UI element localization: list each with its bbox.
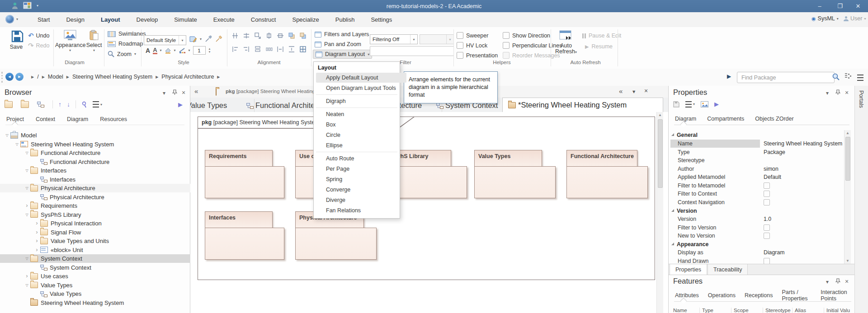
locate-icon[interactable] (81, 101, 87, 108)
properties-menu-button[interactable] (685, 101, 695, 107)
property-row[interactable]: Filter to Version (670, 224, 843, 232)
expand-icon[interactable] (24, 257, 30, 261)
expand-right-icon[interactable]: ▶ (727, 73, 731, 79)
align-size-icon[interactable] (253, 32, 262, 40)
column-header[interactable]: Scope (734, 308, 749, 313)
menu-item-open-diagram-layout-tools[interactable]: Open Diagram Layout Tools (316, 83, 406, 93)
property-row[interactable]: Applied MetamodelDefault (670, 173, 843, 181)
menu-item-ellipse[interactable]: Ellipse (316, 140, 406, 150)
minimize-button[interactable]: – (811, 0, 829, 12)
filter-value-combo[interactable]: ▾ (420, 34, 454, 44)
ribbon-tab-layout[interactable]: Layout (99, 11, 122, 28)
perpendicular-lines-checkbox[interactable]: Perpendicular Lines (503, 42, 562, 49)
new-package-icon[interactable] (5, 101, 13, 108)
features-dropdown-icon[interactable] (826, 279, 829, 285)
move-down-icon[interactable] (67, 101, 70, 108)
move-up-icon[interactable] (58, 101, 61, 108)
scroll-up-icon[interactable]: ▲ (658, 113, 662, 117)
property-row[interactable]: Display asDiagram (670, 248, 843, 257)
line-color-icon[interactable] (179, 47, 186, 53)
expand-icon[interactable] (14, 142, 20, 146)
browser-pin-icon[interactable] (172, 89, 177, 95)
property-row[interactable]: Filter to Metamodel (670, 182, 843, 190)
tree-item[interactable]: Physical Architecture (0, 184, 212, 192)
section-appearance[interactable]: Appearance (670, 240, 843, 248)
appearance-button[interactable]: Appearance (55, 30, 85, 52)
style-chevron-icon[interactable] (200, 37, 202, 41)
font-icon[interactable]: A (146, 47, 150, 54)
tree-item[interactable]: Requirements (0, 201, 212, 210)
space-horizontal-icon[interactable] (276, 45, 285, 53)
menu-item-per-page[interactable]: Per Page (316, 164, 406, 174)
expand-icon[interactable] (24, 186, 30, 190)
find-package-input[interactable] (737, 72, 835, 83)
breadcrumb-root[interactable]: / (37, 74, 38, 80)
menu-item-converge[interactable]: Converge (316, 185, 406, 195)
column-header[interactable]: Name (673, 308, 687, 313)
hv-lock-checkbox[interactable]: HV Lock (457, 42, 487, 49)
features-close-icon[interactable] (845, 278, 849, 285)
save-style-icon[interactable] (189, 35, 197, 42)
column-header[interactable]: Type (702, 308, 713, 313)
browser-close-icon[interactable] (182, 89, 185, 96)
logo-chevron-icon[interactable] (16, 17, 18, 21)
resume-button[interactable]: ▶ Resume (585, 43, 613, 50)
filters-and-layers-button[interactable]: Filters and Layers (315, 31, 369, 37)
features-tab-parts-properties[interactable]: Parts / Properties (781, 289, 813, 302)
checkbox-icon[interactable] (764, 258, 770, 264)
breadcrumb-system[interactable]: Steering Wheel Heating System (72, 74, 152, 80)
diagram-layout-button[interactable]: Diagram Layout (313, 50, 372, 59)
font-color-chevron-icon[interactable] (160, 48, 162, 52)
ribbon-tab-execute[interactable]: Execute (212, 12, 236, 27)
filtering-combo[interactable]: Filtering Off ▾ (370, 34, 418, 44)
breadcrumb-model[interactable]: Model (48, 74, 63, 80)
zoom-button[interactable]: Zoom (108, 51, 136, 57)
roadmap-button[interactable]: Roadmap (108, 41, 143, 47)
pin-tabs-icon[interactable] (619, 87, 623, 95)
align-left-icon[interactable] (231, 45, 240, 53)
tree-item[interactable]: Steering Wheel Heating System (0, 140, 203, 149)
menu-item-box[interactable]: Box (316, 120, 406, 130)
align-right-icon[interactable] (242, 45, 251, 53)
send-to-back-icon[interactable] (298, 32, 307, 40)
tree-item[interactable]: System Context (0, 254, 212, 263)
save-properties-icon[interactable] (673, 101, 679, 107)
property-row[interactable]: Version1.0 (670, 215, 843, 223)
properties-tab-compartments[interactable]: Compartments (706, 116, 745, 122)
ribbon-tab-settings[interactable]: Settings (369, 12, 393, 27)
checkbox-icon[interactable] (764, 199, 770, 206)
fill-color-chevron-icon[interactable] (174, 48, 176, 52)
show-direction-checkbox[interactable]: Show Direction (503, 32, 550, 39)
tree-item[interactable]: SysPhS Library (0, 210, 212, 219)
search-icon[interactable] (832, 73, 840, 81)
ribbon-tab-develop[interactable]: Develop (135, 12, 160, 27)
tree-item[interactable]: Use cases (0, 272, 212, 280)
canvas-vertical-scrollbar[interactable]: ▲ (656, 112, 663, 313)
nav-back-button[interactable]: ◀ (5, 73, 14, 81)
sweeper-checkbox[interactable]: Sweeper (457, 32, 488, 39)
menu-item-neaten[interactable]: Neaten (316, 109, 406, 119)
checkbox-icon[interactable] (764, 224, 770, 231)
expand-icon[interactable] (24, 151, 30, 155)
property-row[interactable]: Authorsimon (670, 165, 843, 173)
menu-item-fan-relations[interactable]: Fan Relations (316, 206, 406, 215)
tree-item[interactable]: Interfaces (0, 166, 212, 175)
tab-steering-wheel-heating-system[interactable]: *Steering Wheel Heating System (502, 98, 663, 112)
ribbon-tab-design[interactable]: Design (65, 12, 85, 27)
tree-item[interactable]: Physical Interaction (0, 219, 222, 228)
tree-item[interactable]: Steering Wheel Heating System (0, 299, 219, 307)
section-general[interactable]: General (670, 131, 843, 139)
restore-button[interactable]: ❐ (831, 0, 849, 12)
bring-to-front-icon[interactable] (287, 32, 296, 40)
ea-logo-icon[interactable] (5, 15, 14, 23)
properties-expand-icon[interactable]: ▶ (714, 101, 719, 107)
expand-icon[interactable] (33, 229, 40, 235)
menu-item-circle[interactable]: Circle (316, 130, 406, 140)
checkbox-icon[interactable] (764, 233, 770, 239)
menu-item-apply-default-layout[interactable]: Apply Default Layout (316, 73, 406, 83)
expand-icon[interactable] (24, 213, 30, 217)
properties-scrollbar[interactable]: ▲ ▼ (844, 130, 851, 264)
hamburger-menu-icon[interactable] (857, 75, 863, 81)
menu-item-digraph[interactable]: Digraph (316, 96, 406, 106)
ribbon-tab-publish[interactable]: Publish (334, 12, 356, 27)
